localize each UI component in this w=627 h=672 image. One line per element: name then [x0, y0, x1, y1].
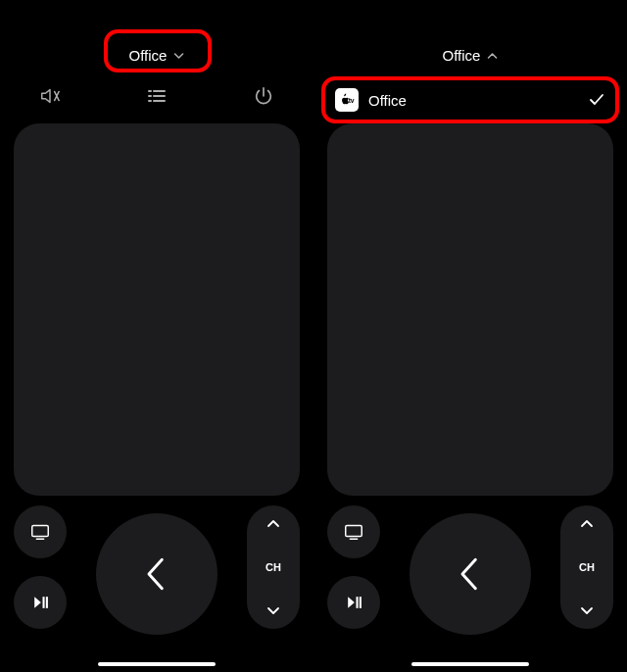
home-indicator	[411, 662, 529, 666]
mute-icon[interactable]	[37, 83, 63, 109]
device-name: Office	[129, 47, 168, 64]
chevron-down-icon	[580, 605, 594, 615]
dropdown-option[interactable]: Office	[368, 92, 578, 109]
list-icon[interactable]	[144, 83, 169, 109]
appletv-icon: tv	[335, 88, 359, 112]
play-pause-button[interactable]	[327, 576, 380, 629]
toolbar	[0, 76, 314, 116]
chevron-down-icon	[172, 50, 184, 62]
left-buttons	[14, 505, 67, 629]
remote-panel-right: Office tv Office	[314, 0, 627, 672]
device-selector[interactable]: Office	[429, 41, 512, 70]
remote-panel-left: Office	[0, 0, 314, 672]
channel-rocker[interactable]: CH	[247, 505, 300, 629]
right-buttons: CH	[247, 505, 300, 629]
svg-rect-5	[357, 597, 359, 608]
chevron-up-icon	[580, 519, 594, 529]
power-icon[interactable]	[251, 83, 276, 109]
right-buttons: CH	[560, 505, 613, 629]
tv-button[interactable]	[327, 505, 380, 558]
checkmark-icon	[588, 91, 605, 109]
bottom-controls: CH	[327, 505, 613, 643]
svg-rect-6	[360, 597, 362, 608]
back-button[interactable]	[96, 513, 217, 635]
svg-rect-1	[43, 597, 45, 608]
touchpad[interactable]	[14, 123, 300, 496]
device-dropdown: tv Office	[325, 80, 615, 120]
chevron-down-icon	[266, 605, 280, 615]
channel-label: CH	[579, 561, 595, 573]
svg-rect-4	[346, 526, 362, 537]
svg-rect-0	[32, 526, 49, 537]
tv-button[interactable]	[14, 505, 67, 558]
channel-rocker[interactable]: CH	[560, 505, 613, 629]
device-selector[interactable]: Office	[116, 41, 199, 70]
home-indicator	[98, 662, 216, 666]
channel-label: CH	[265, 561, 281, 573]
touchpad[interactable]	[327, 123, 613, 496]
chevron-up-icon	[266, 519, 280, 529]
svg-rect-2	[46, 597, 48, 608]
left-buttons	[327, 505, 380, 629]
chevron-up-icon	[486, 50, 498, 62]
bottom-controls: CH	[14, 505, 300, 643]
back-button[interactable]	[410, 513, 531, 635]
svg-text:tv: tv	[349, 97, 355, 104]
play-pause-button[interactable]	[14, 576, 67, 629]
device-name: Office	[443, 47, 481, 64]
